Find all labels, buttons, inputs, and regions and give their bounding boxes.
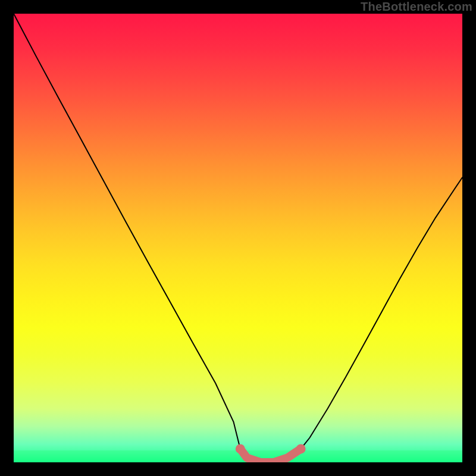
- chart-plot-area: [14, 14, 462, 462]
- valley-end-marker-right: [296, 444, 306, 453]
- chart-svg: [14, 14, 462, 462]
- valley-end-marker-left: [236, 444, 245, 453]
- attribution-watermark: TheBottleneck.com: [361, 0, 472, 14]
- chart-frame: TheBottleneck.com: [0, 0, 476, 476]
- right-curve: [301, 177, 462, 449]
- valley-marker-line: [240, 449, 301, 462]
- left-curve: [14, 14, 240, 449]
